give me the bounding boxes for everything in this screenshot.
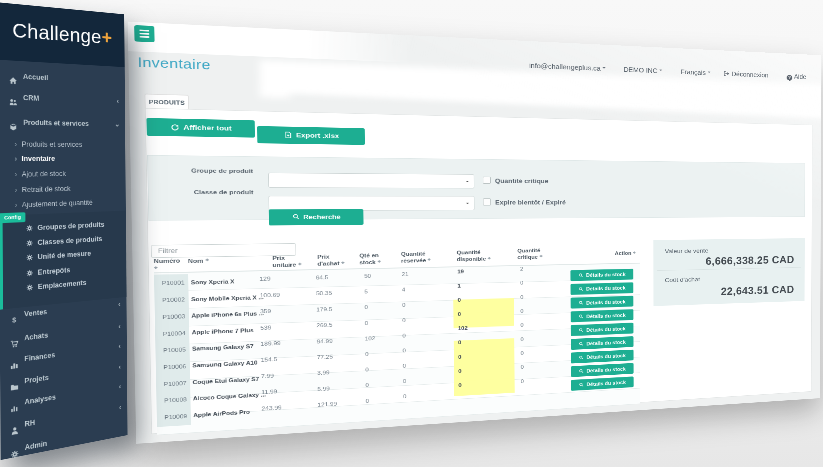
svg-text:$: $ — [12, 315, 16, 324]
